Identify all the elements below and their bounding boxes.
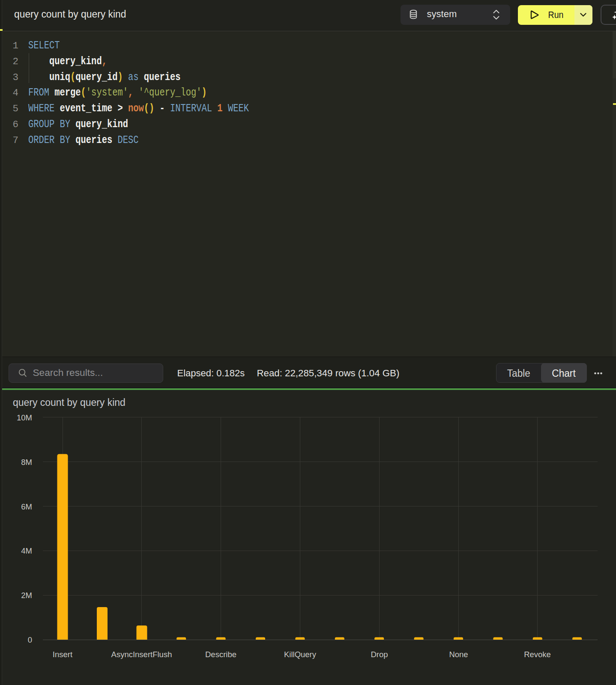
svg-text:query count by query kind: query count by query kind xyxy=(13,397,126,408)
svg-text:1: 1 xyxy=(12,40,18,51)
svg-text:query count by query kind: query count by query kind xyxy=(14,8,126,20)
svg-text:None: None xyxy=(449,650,468,659)
svg-text:GROUP BY query_kind: GROUP BY query_kind xyxy=(28,118,128,131)
svg-text:7: 7 xyxy=(12,135,18,146)
svg-text:6: 6 xyxy=(12,119,18,130)
svg-text:ORDER BY queries DESC: ORDER BY queries DESC xyxy=(28,134,138,146)
svg-text:Search results...: Search results... xyxy=(33,367,103,378)
svg-text:Chart: Chart xyxy=(552,367,576,379)
svg-text:10M: 10M xyxy=(17,413,32,422)
svg-text:AsyncInsertFlush: AsyncInsertFlush xyxy=(111,650,172,659)
svg-text:Elapsed: 0.182s: Elapsed: 0.182s xyxy=(177,368,245,378)
svg-text:3: 3 xyxy=(12,72,18,83)
svg-text:0: 0 xyxy=(28,635,32,644)
svg-text:uniq(query_id) as queries: uniq(query_id) as queries xyxy=(49,71,180,83)
svg-text:8M: 8M xyxy=(21,458,32,467)
svg-text:Insert: Insert xyxy=(53,650,72,659)
svg-text:SELECT: SELECT xyxy=(28,39,60,52)
svg-text:FROM merge('system', '^query_l: FROM merge('system', '^query_log') xyxy=(28,86,207,99)
svg-text:4M: 4M xyxy=(21,546,32,555)
svg-text:system: system xyxy=(427,9,457,19)
svg-text:Revoke: Revoke xyxy=(524,650,551,659)
svg-text:4: 4 xyxy=(12,87,18,98)
svg-text:2: 2 xyxy=(12,56,18,67)
svg-text:2M: 2M xyxy=(21,591,32,600)
svg-text:6M: 6M xyxy=(21,502,32,511)
svg-text:Drop: Drop xyxy=(371,650,388,659)
svg-text:KillQuery: KillQuery xyxy=(284,650,317,659)
svg-text:Table: Table xyxy=(507,367,530,379)
svg-text:Describe: Describe xyxy=(205,650,236,659)
svg-text:Read: 22,285,349 rows (1.04 GB: Read: 22,285,349 rows (1.04 GB) xyxy=(257,368,400,378)
svg-text:WHERE event_time > now() - INT: WHERE event_time > now() - INTERVAL 1 WE… xyxy=(28,102,249,115)
svg-text:query_kind,: query_kind, xyxy=(49,55,107,68)
svg-text:Run: Run xyxy=(548,9,564,20)
svg-text:5: 5 xyxy=(12,103,18,114)
